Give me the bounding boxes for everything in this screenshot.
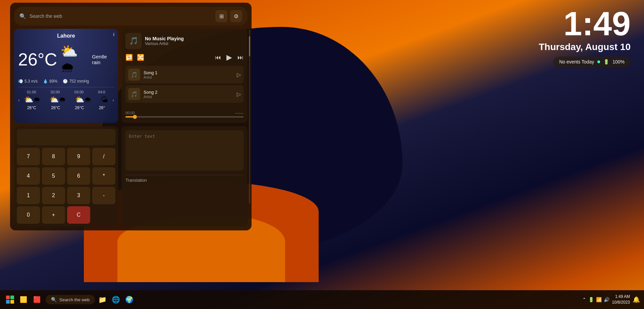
progress-dot[interactable] (133, 115, 137, 119)
calc-0[interactable]: 0 (17, 206, 40, 224)
taskbar-search-label: Search the web (59, 297, 90, 302)
status-dot (597, 60, 600, 63)
clock-time: 1:49 (539, 7, 631, 40)
music-item-2[interactable]: 🎵 Song 2 Artist ▷ (125, 85, 244, 103)
weather-details: 💨 5.3 m/s 💧 89% 🕐 752 mmHg (18, 79, 114, 84)
file-explorer-icon: 📁 (98, 296, 107, 304)
translator-input[interactable] (125, 130, 244, 171)
calc-3[interactable]: 3 (67, 187, 90, 204)
search-actions: ⊞ ⚙ (215, 10, 242, 22)
song1-thumb: 🎵 (128, 69, 140, 81)
translator-widget: Translation (121, 126, 248, 226)
calc-add[interactable]: + (42, 206, 65, 224)
scrollbar-thumb[interactable] (249, 36, 250, 56)
grid-button[interactable]: ⊞ (215, 10, 227, 22)
shuffle-button[interactable]: 🔀 (137, 54, 144, 61)
calc-1[interactable]: 1 (17, 187, 40, 204)
music-playlist: 🎵 Song 1 Artist ▷ 🎵 Song 2 Artist (125, 66, 244, 107)
chevron-up-icon[interactable]: ⌃ (582, 297, 586, 302)
taskbar-time: 1:49 AM 10/8/2023 (612, 294, 630, 305)
song2-play-button[interactable]: ▷ (237, 91, 241, 97)
calc-8[interactable]: 8 (42, 148, 65, 165)
taskbar-right: ⌃ 🔋 📶 🔊 1:49 AM 10/8/2023 🔔 (582, 294, 640, 305)
start-button[interactable] (4, 294, 16, 306)
song1-play-button[interactable]: ▷ (237, 72, 241, 78)
notification-bell[interactable]: 🔔 (633, 296, 640, 303)
humidity-icon: 💧 (43, 79, 48, 84)
weather-main: 26°C ⛅🌧 Gentle rain (18, 42, 114, 77)
song2-thumb: 🎵 (128, 88, 140, 100)
grid-icon: ⊞ (219, 13, 224, 19)
weather-icon-main: ⛅🌧 (60, 43, 89, 76)
widgets-button[interactable]: 🟨 (17, 294, 30, 306)
music-header: 🎵 No Music Playing Various Artist (125, 33, 244, 49)
calc-6[interactable]: 6 (67, 167, 90, 185)
music-artist: Various Artist (145, 41, 244, 46)
weather-condition: Gentle rain (92, 54, 114, 65)
browser-button[interactable]: 🌍 (123, 294, 135, 306)
music-widget: 🎵 No Music Playing Various Artist 🔁 🔀 ⏮ … (121, 29, 248, 123)
music-ctrl-center: ⏮ ▶ ⏭ (215, 53, 244, 62)
calc-divide[interactable]: / (92, 148, 115, 165)
repeat-button[interactable]: 🔁 (125, 54, 133, 61)
forecast-next-button[interactable]: › (112, 97, 114, 103)
calc-9[interactable]: 9 (67, 148, 90, 165)
volume-icon[interactable]: 🔊 (604, 297, 609, 302)
music-ctrl-left: 🔁 🔀 (125, 54, 144, 61)
weather-temperature: 26°C (18, 49, 57, 70)
forecast-temps: 26°C 26°C 26°C 26° (20, 105, 113, 110)
panel-scrollbar[interactable] (249, 30, 250, 204)
song2-artist: Artist (144, 95, 233, 99)
end-time: —:— (235, 111, 244, 115)
song1-title: Song 1 (144, 70, 233, 75)
progress-bar[interactable] (125, 116, 244, 118)
weather-info-icon[interactable]: ℹ (113, 32, 115, 37)
edge-button[interactable]: 🌐 (110, 294, 122, 306)
calc-multiply[interactable]: * (92, 167, 115, 185)
apps-button[interactable]: 🟥 (31, 294, 43, 306)
taskbar-search[interactable]: 🔍 Search the web (46, 295, 95, 304)
edge-icon: 🌐 (112, 296, 120, 304)
battery-icon: 🔋 (603, 59, 609, 64)
song2-title: Song 2 (144, 90, 233, 95)
battery-tray-icon[interactable]: 🔋 (588, 297, 594, 302)
music-info: No Music Playing Various Artist (145, 36, 244, 46)
calc-5[interactable]: 5 (42, 167, 65, 185)
taskbar-search-icon: 🔍 (51, 297, 57, 302)
song1-artist: Artist (144, 75, 233, 79)
next-button[interactable]: ⏭ (237, 54, 244, 61)
calc-2[interactable]: 2 (42, 187, 65, 204)
calc-clear[interactable]: C (67, 206, 90, 224)
calc-7[interactable]: 7 (17, 148, 40, 165)
prev-button[interactable]: ⏮ (215, 54, 221, 61)
calc-subtract[interactable]: - (92, 187, 115, 204)
pressure: 🕐 752 mmHg (63, 79, 89, 84)
settings-button[interactable]: ⚙ (230, 10, 242, 22)
search-input[interactable] (30, 13, 212, 19)
weather-city: Lahore (18, 33, 114, 39)
music-progress: 00:00 —:— (125, 109, 244, 119)
taskbar-time-display: 1:49 AM (612, 294, 630, 300)
calculator-widget: 7 8 9 / 4 5 6 * 1 2 3 - 0 + C (14, 126, 118, 226)
calc-display (17, 129, 115, 145)
apps-icon: 🟥 (33, 296, 41, 303)
humidity: 💧 89% (43, 79, 57, 84)
search-bar[interactable]: 🔍 ⊞ ⚙ (14, 7, 248, 26)
wind-icon: 💨 (18, 79, 23, 84)
windows-logo (6, 296, 14, 304)
system-tray: ⌃ 🔋 📶 🔊 (582, 297, 609, 302)
song1-info: Song 1 Artist (144, 70, 233, 79)
taskbar-left: 🟨 🟥 🔍 Search the web 📁 🌐 🌍 (4, 294, 135, 306)
song1-icon: 🎵 (131, 72, 138, 78)
music-item-1[interactable]: 🎵 Song 1 Artist ▷ (125, 66, 244, 83)
calc-4[interactable]: 4 (17, 167, 40, 185)
battery-percent: 100% (612, 59, 625, 64)
no-events-label: No events Today (559, 59, 594, 64)
browser-icon: 🌍 (125, 296, 133, 304)
play-pause-button[interactable]: ▶ (226, 53, 232, 62)
gear-icon: ⚙ (234, 13, 238, 19)
music-time-row: 00:00 —:— (125, 111, 244, 115)
widget-panel: 🔍 ⊞ ⚙ Lahore ℹ 26°C ⛅🌧 Gentle rain (10, 3, 252, 230)
file-explorer-button[interactable]: 📁 (96, 294, 108, 306)
wifi-icon[interactable]: 📶 (596, 297, 602, 302)
